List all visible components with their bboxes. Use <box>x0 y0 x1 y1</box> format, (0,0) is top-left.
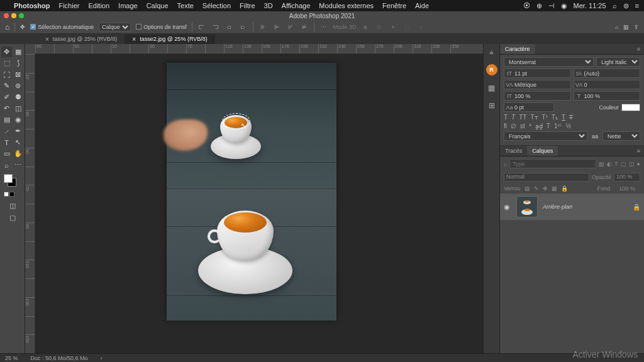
blend-mode-select[interactable]: Normal <box>504 173 589 182</box>
lasso-tool[interactable]: ⟆ <box>13 58 23 69</box>
lock-artboard-icon[interactable]: ▦ <box>552 185 557 192</box>
hand-tool[interactable]: ✋ <box>13 148 23 159</box>
close-window-button[interactable] <box>4 13 9 18</box>
stamp-tool[interactable]: ⚉ <box>13 92 23 102</box>
fill-field[interactable]: 100 % <box>614 185 640 192</box>
edit-toolbar[interactable]: ⋯ <box>13 160 23 170</box>
baseline-field[interactable]: Aa <box>504 102 554 112</box>
menu-window[interactable]: Fenêtre <box>382 2 406 9</box>
move-tool[interactable]: ✥ <box>1 47 12 57</box>
align-center-h-icon[interactable]: ⫎ <box>211 23 220 31</box>
stylistic-icon[interactable]: ᴬ <box>529 123 531 129</box>
bt-icon[interactable]: ⊣ <box>548 2 555 10</box>
fraction-half-icon[interactable]: ½ <box>565 123 570 129</box>
layer-thumbnail[interactable] <box>516 196 538 217</box>
minimize-window-button[interactable] <box>11 13 16 18</box>
zoom-tool[interactable]: ⌕ <box>1 160 12 170</box>
libraries-icon[interactable]: ▦ <box>487 83 497 93</box>
quick-mask-icon[interactable]: ◫ <box>7 200 18 211</box>
smallcaps-icon[interactable]: Tᴛ <box>530 114 538 121</box>
distribute-more-icon[interactable]: ⊭ <box>300 23 309 31</box>
superscript-icon[interactable]: T¹ <box>542 114 548 121</box>
fractions-icon[interactable]: 1ˢᵗ <box>554 123 562 129</box>
language-select[interactable]: Français <box>504 131 587 141</box>
menu-plugins[interactable]: Modules externes <box>319 2 374 9</box>
doc-tab-0[interactable]: × tasse.jpg @ 25% (RVB/8) <box>38 35 125 44</box>
history-brush-tool[interactable]: ↶ <box>1 103 12 114</box>
opacity-field[interactable]: 100 % <box>614 173 640 182</box>
profile-icon[interactable]: R <box>486 64 497 75</box>
move-tool-icon[interactable]: ✥ <box>20 24 25 30</box>
align-top-icon[interactable]: ⫐ <box>239 23 248 31</box>
search-icon[interactable]: ⌕ <box>613 2 617 9</box>
filter-toggle-icon[interactable]: ● <box>637 161 640 167</box>
wifi-icon[interactable]: ◉ <box>561 2 567 10</box>
app-menu[interactable]: Photoshop <box>14 2 50 9</box>
eyedropper-tool[interactable]: ✎ <box>1 80 12 91</box>
foreground-color[interactable] <box>4 174 13 183</box>
adjustments-icon[interactable]: ⊞ <box>487 101 497 111</box>
color-swatches[interactable] <box>4 174 23 189</box>
artboard-tool[interactable]: ▦ <box>13 47 23 57</box>
share-icon[interactable]: ⇪ <box>634 24 639 30</box>
layer-row[interactable]: ◉ Arrière-plan 🔒 <box>500 194 644 220</box>
menu-file[interactable]: Fichier <box>58 2 79 9</box>
filter-adjust-icon[interactable]: ◐ <box>607 161 612 167</box>
hscale-field[interactable]: IT <box>504 91 571 101</box>
layer-name[interactable]: Arrière-plan <box>543 204 628 210</box>
menu-edit[interactable]: Edition <box>88 2 109 9</box>
dodge-tool[interactable]: ⟋ <box>1 126 12 136</box>
lock-transparency-icon[interactable]: ▨ <box>525 185 530 192</box>
doc-info[interactable]: Doc : 50,6 Mo/50,6 Mo <box>31 355 88 361</box>
lock-all-icon[interactable]: 🔒 <box>561 185 568 192</box>
type-tool[interactable]: T <box>1 137 12 148</box>
clock[interactable]: Mer. 11:25 <box>574 2 606 9</box>
horizontal-ruler[interactable]: 9050103070110130150170190210230250270290… <box>35 44 483 54</box>
visibility-icon[interactable]: ◉ <box>504 203 511 211</box>
panel-menu-icon[interactable]: ≡ <box>633 146 644 156</box>
font-family-select[interactable]: Montserrat <box>504 57 594 67</box>
crop-tool[interactable]: ⛶ <box>1 69 12 80</box>
menu-layer[interactable]: Calque <box>147 2 169 9</box>
swap-colors-icon[interactable] <box>9 192 14 197</box>
menu-3d[interactable]: 3D <box>264 2 273 9</box>
leading-field[interactable]: tA <box>574 69 641 78</box>
layer-filter-input[interactable] <box>509 159 596 168</box>
titling-icon[interactable]: a̱ḏ <box>535 123 543 129</box>
record-icon[interactable]: ⦿ <box>523 2 530 9</box>
menu-help[interactable]: Aide <box>415 2 429 9</box>
distribute-v-icon[interactable]: ⊫ <box>272 23 281 31</box>
allcaps-icon[interactable]: TT <box>519 114 526 121</box>
3d-panel-icon[interactable]: ⟁ <box>487 47 497 57</box>
menu-view[interactable]: Affichage <box>282 2 311 9</box>
lock-image-icon[interactable]: ✎ <box>534 185 539 192</box>
italic-icon[interactable]: T <box>511 114 515 121</box>
brush-tool[interactable]: ✐ <box>1 92 12 102</box>
subscript-icon[interactable]: T₁ <box>552 114 558 121</box>
healing-tool[interactable]: ⊛ <box>13 80 23 91</box>
canvas-area[interactable]: 9050103070110130150170190210230250270290… <box>25 44 483 353</box>
zoom-level[interactable]: 25 % <box>5 355 18 361</box>
control-center-icon[interactable]: ⊜ <box>623 2 629 10</box>
filter-shape-icon[interactable]: ▢ <box>621 161 626 167</box>
close-tab-icon[interactable]: × <box>45 36 49 43</box>
font-style-select[interactable]: Light Italic <box>596 57 640 67</box>
rectangle-tool[interactable]: ▭ <box>1 148 12 159</box>
vscale-field[interactable]: T <box>574 91 641 101</box>
layer-group-select[interactable]: Calque <box>99 23 131 31</box>
sync-icon[interactable]: ⊕ <box>536 2 542 10</box>
close-tab-icon[interactable]: × <box>132 36 136 43</box>
text-color-swatch[interactable] <box>621 104 640 111</box>
antialias-select[interactable]: Nette <box>602 131 640 141</box>
layers-tab[interactable]: Calques <box>527 146 558 156</box>
ruler-origin[interactable] <box>25 44 35 54</box>
path-tool[interactable]: ↖ <box>13 137 23 148</box>
search-docs-icon[interactable]: ⌕ <box>615 24 618 30</box>
bold-icon[interactable]: T <box>504 114 508 121</box>
ordinals-icon[interactable]: T <box>547 123 550 129</box>
strikethrough-icon[interactable]: T̶ <box>569 114 573 121</box>
gradient-tool[interactable]: ▤ <box>1 114 12 125</box>
contextual-icon[interactable]: ∅ <box>511 123 516 129</box>
kerning-field[interactable]: VA <box>574 80 641 89</box>
ligatures-icon[interactable]: fi <box>504 123 507 129</box>
